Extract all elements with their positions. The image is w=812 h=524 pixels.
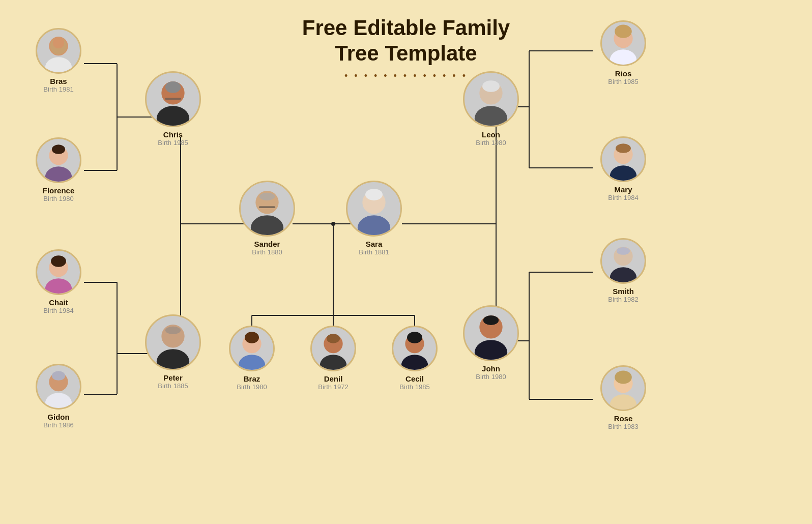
svg-point-61 <box>358 215 390 237</box>
svg-rect-59 <box>259 206 275 208</box>
person-florence: Florence Birth 1980 <box>25 137 92 202</box>
avatar-braz <box>229 326 275 371</box>
name-chris: Chris <box>163 130 183 139</box>
svg-point-37 <box>52 144 65 154</box>
person-bras: Bras Birth 1981 <box>25 28 92 93</box>
svg-point-35 <box>45 166 72 183</box>
svg-point-85 <box>610 165 636 182</box>
svg-point-56 <box>251 215 283 237</box>
svg-point-95 <box>617 247 630 255</box>
avatar-sander <box>239 181 295 237</box>
svg-point-48 <box>45 393 72 410</box>
name-mary: Mary <box>614 185 632 194</box>
svg-point-58 <box>259 193 275 200</box>
person-peter: Peter Birth 1885 <box>140 314 206 390</box>
person-mary: Mary Birth 1984 <box>590 136 656 201</box>
name-cecil: Cecil <box>405 374 424 383</box>
title-line1: Free Editable Family Tree Template <box>0 15 812 67</box>
name-braz: Braz <box>244 374 260 383</box>
name-sander: Sander <box>254 240 280 248</box>
avatar-mary <box>600 136 646 182</box>
svg-point-69 <box>320 355 346 371</box>
family-tree: Free Editable Family Tree Template • • •… <box>0 0 812 524</box>
birth-florence: Birth 1980 <box>43 195 73 202</box>
name-rose: Rose <box>614 414 633 423</box>
svg-point-33 <box>53 37 64 48</box>
name-florence: Florence <box>43 186 75 195</box>
person-gidon: Gidon Birth 1986 <box>25 364 92 429</box>
birth-mary: Birth 1984 <box>608 194 638 201</box>
name-peter: Peter <box>163 373 183 382</box>
person-cecil: Cecil Birth 1985 <box>382 326 448 391</box>
birth-rose: Birth 1983 <box>608 423 638 430</box>
avatar-smith <box>600 238 646 284</box>
svg-point-52 <box>157 349 189 370</box>
svg-point-91 <box>483 315 499 325</box>
name-sara: Sara <box>366 240 383 248</box>
birth-sander: Birth 1880 <box>252 248 282 256</box>
avatar-bras <box>36 28 81 74</box>
svg-point-12 <box>331 222 335 226</box>
birth-chris: Birth 1985 <box>158 139 188 147</box>
svg-point-83 <box>615 25 632 38</box>
name-john: John <box>482 364 500 373</box>
avatar-gidon <box>36 364 81 410</box>
svg-point-44 <box>45 278 72 295</box>
svg-point-41 <box>165 81 181 93</box>
birth-braz: Birth 1980 <box>237 383 267 391</box>
avatar-cecil <box>392 326 438 371</box>
avatar-denil <box>310 326 356 371</box>
svg-point-99 <box>615 370 632 384</box>
decorative-dots: • • • • • • • • • • • • • <box>0 71 812 81</box>
svg-point-75 <box>407 332 422 343</box>
person-chris: Chris Birth 1985 <box>140 71 206 147</box>
svg-point-31 <box>45 57 72 74</box>
svg-point-63 <box>365 189 383 200</box>
svg-point-79 <box>482 80 500 92</box>
person-john: John Birth 1980 <box>458 305 524 381</box>
person-denil: Denil Birth 1972 <box>300 326 366 391</box>
person-rose: Rose Birth 1983 <box>590 365 656 430</box>
avatar-leon <box>463 71 519 127</box>
birth-sara: Birth 1881 <box>359 248 389 256</box>
person-smith: Smith Birth 1982 <box>590 238 656 303</box>
name-rios: Rios <box>615 69 632 78</box>
svg-point-54 <box>165 327 181 334</box>
name-bras: Bras <box>50 77 67 85</box>
svg-point-73 <box>401 355 428 371</box>
avatar-sara <box>346 181 402 237</box>
birth-denil: Birth 1972 <box>318 383 348 391</box>
svg-point-81 <box>610 49 636 66</box>
avatar-rios <box>600 20 646 66</box>
person-sara: Sara Birth 1881 <box>341 181 407 256</box>
person-rios: Rios Birth 1985 <box>590 20 656 85</box>
avatar-florence <box>36 137 81 183</box>
avatar-peter <box>145 314 201 370</box>
svg-point-87 <box>616 143 631 153</box>
svg-rect-42 <box>165 98 181 100</box>
avatar-john <box>463 305 519 361</box>
name-leon: Leon <box>482 130 500 139</box>
birth-bras: Birth 1981 <box>43 85 73 93</box>
svg-point-65 <box>239 355 265 371</box>
avatar-rose <box>600 365 646 411</box>
svg-point-50 <box>52 371 65 381</box>
birth-smith: Birth 1982 <box>608 296 638 303</box>
svg-point-93 <box>610 267 636 284</box>
birth-chait: Birth 1984 <box>43 307 73 314</box>
svg-point-71 <box>327 334 340 343</box>
avatar-chris <box>145 71 201 127</box>
svg-point-89 <box>475 340 507 361</box>
svg-point-46 <box>51 255 66 267</box>
avatar-chait <box>36 249 81 295</box>
svg-point-67 <box>245 332 259 343</box>
birth-gidon: Birth 1986 <box>43 421 73 429</box>
name-denil: Denil <box>324 374 343 383</box>
person-sander: Sander Birth 1880 <box>234 181 300 256</box>
name-gidon: Gidon <box>47 413 69 421</box>
person-leon: Leon Birth 1980 <box>458 71 524 147</box>
person-chait: Chait Birth 1984 <box>25 249 92 314</box>
svg-point-77 <box>475 106 507 127</box>
title-section: Free Editable Family Tree Template • • •… <box>0 0 812 81</box>
birth-john: Birth 1980 <box>476 373 506 381</box>
